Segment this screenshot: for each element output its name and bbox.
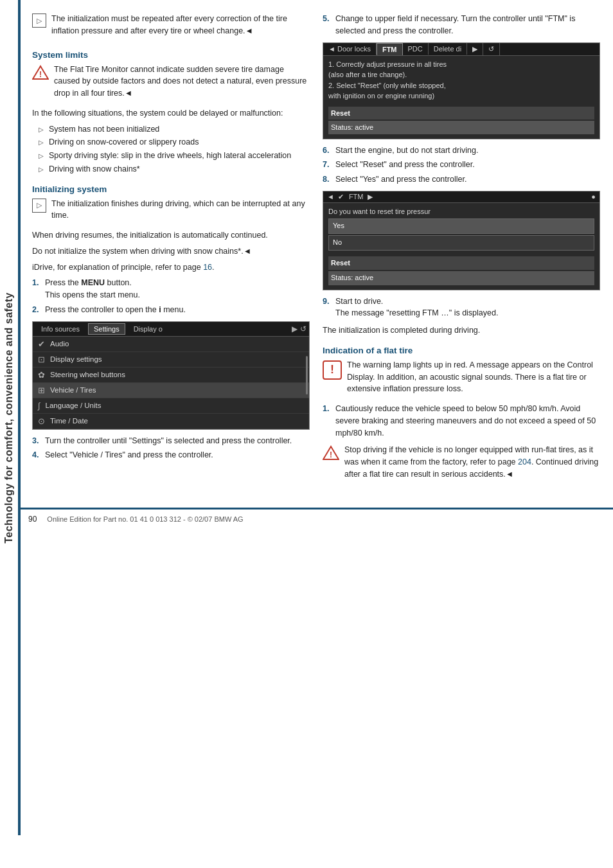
vehicle-icon: ⊞ — [38, 385, 45, 395]
list-item: Driving with snow chains* — [39, 163, 310, 175]
tab-ftm: FTM — [377, 43, 403, 55]
nav-arrow-left: ▶ — [292, 324, 298, 333]
tab-door-locks: ◄ Door locks — [323, 43, 377, 55]
ftm-line4: with ignition on or engine running) — [328, 91, 594, 102]
right-column: 5. Change to upper field if necessary. T… — [323, 13, 600, 488]
flat-tire-warning2-text: Stop driving if the vehicle is no longer… — [344, 444, 600, 480]
step-9: 9. Start to drive.The message "resetting… — [323, 296, 600, 320]
menu-language: ∫ Language / Units — [33, 398, 309, 414]
tab-next: ▶ — [467, 43, 483, 55]
ftm-reset-label: Reset — [328, 107, 594, 120]
ftm-status: Status: active — [328, 121, 594, 134]
flat-tire-steps: 1. Cautiously reduce the vehicle speed t… — [323, 403, 600, 439]
scroll-indicator — [306, 356, 308, 394]
reset-screen: ◄ ✔ FTM ▶ ● Do you want to reset tire pr… — [323, 191, 600, 290]
display-icon: ⊡ — [38, 355, 45, 364]
initialization-notice-text: The initialization must be repeated afte… — [51, 13, 310, 37]
arrow-icon-init: ▷ — [32, 199, 46, 213]
system-limits-warning: ! The Flat Tire Monitor cannot indicate … — [32, 64, 310, 103]
menu-audio-label: Audio — [50, 340, 69, 348]
page-number: 90 — [28, 515, 37, 524]
list-item: System has not been initialized — [39, 123, 310, 136]
reset-no: No — [328, 235, 594, 251]
sidebar: Technology for comfort, convenience and … — [0, 0, 18, 835]
menu-audio: ✔ Audio — [33, 337, 309, 352]
malfunction-intro: In the following situations, the system … — [32, 107, 310, 120]
menu-time: ⊙ Time / Date — [33, 414, 309, 429]
time-icon: ⊙ — [38, 416, 45, 426]
initializing-system-header: Initializing system — [32, 184, 310, 194]
menu-topbar: Info sources Settings Display o ▶ ↺ — [33, 322, 309, 337]
system-limits-list: System has not been initialized Driving … — [39, 123, 310, 175]
list-item: Driving on snow-covered or slippery road… — [39, 136, 310, 148]
step-4: 4. Select "Vehicle / Tires" and press th… — [32, 449, 310, 461]
warning-icon2: ! — [323, 445, 339, 461]
reset-status: Status: active — [328, 271, 594, 285]
arrow-icon: ▷ — [32, 13, 46, 28]
menu-vehicle-tires: ⊞ Vehicle / Tires — [33, 383, 309, 398]
menu-language-label: Language / Units — [46, 402, 102, 409]
menu-time-label: Time / Date — [50, 417, 88, 425]
reset-nav-right: ▶ — [368, 193, 373, 201]
tab-display: Display o — [128, 323, 168, 335]
idrive-ref: iDrive, for explanation of principle, re… — [32, 261, 310, 274]
flat-tire-warning: ! The warning lamp lights up in red. A m… — [323, 359, 600, 399]
init-notice: ▷ The initialization finishes during dri… — [32, 198, 310, 226]
init-steps-1-2: 1. Press the MENU button.This opens the … — [32, 277, 310, 315]
step-7: 7. Select "Reset" and press the controll… — [323, 159, 600, 171]
tab-settings: Settings — [88, 323, 125, 335]
init-steps-3-4: 3. Turn the controller until "Settings" … — [32, 435, 310, 462]
step-8: 8. Select "Yes" and press the controller… — [323, 173, 600, 186]
step-5: 5. Change to upper field if necessary. T… — [323, 13, 600, 37]
step-3: 3. Turn the controller until "Settings" … — [32, 435, 310, 447]
reset-body: Do you want to reset tire pressur Yes No… — [323, 203, 600, 290]
menu-screen: Info sources Settings Display o ▶ ↺ ✔ Au… — [32, 321, 310, 430]
step-1: 1. Press the MENU button.This opens the … — [32, 277, 310, 301]
reset-dot: ● — [591, 193, 596, 200]
step-2: 2. Press the controller to open the i me… — [32, 304, 310, 316]
step-5-item: 5. Change to upper field if necessary. T… — [323, 13, 600, 37]
reset-check-icon: ✔ — [338, 193, 344, 201]
page-link-204[interactable]: 204 — [518, 457, 531, 466]
reset-topbar: ◄ ✔ FTM ▶ ● — [323, 191, 600, 203]
page-link-16[interactable]: 16 — [203, 263, 212, 272]
sidebar-label: Technology for comfort, convenience and … — [3, 292, 15, 544]
warning-icon: ! — [32, 64, 49, 81]
step-6: 6. Start the engine, but do not start dr… — [323, 145, 600, 157]
reset-yes: Yes — [328, 218, 594, 234]
flat-tire-warning2: ! Stop driving if the vehicle is no long… — [323, 444, 600, 484]
main-content: ▷ The initialization must be repeated af… — [26, 0, 613, 501]
system-limits-header: System limits — [32, 50, 310, 60]
system-limits-warning-text: The Flat Tire Monitor cannot indicate su… — [54, 64, 310, 100]
flat-tire-header: Indication of a flat tire — [323, 346, 600, 355]
exclamation-icon: ! — [323, 360, 342, 380]
sidebar-bar — [18, 0, 21, 835]
menu-steering-label: Steering wheel buttons — [50, 371, 125, 378]
svg-text:!: ! — [39, 70, 42, 79]
ftm-line3: 2. Select "Reset" (only while stopped, — [328, 80, 594, 91]
tab-info-sources: Info sources — [35, 323, 85, 335]
reset-nav-left: ◄ — [327, 193, 334, 200]
language-icon: ∫ — [38, 401, 40, 411]
reset-ftm-label: FTM — [349, 193, 364, 200]
ftm-line1: 1. Correctly adjust pressure in all tire… — [328, 59, 594, 70]
menu-display-settings: ⊡ Display settings — [33, 352, 309, 368]
svg-text:!: ! — [330, 450, 332, 459]
init-para1: When driving resumes, the initialization… — [32, 229, 310, 242]
steps-6-7-8: 6. Start the engine, but do not start dr… — [323, 145, 600, 186]
ftm-line2: (also after a tire change). — [328, 69, 594, 80]
steering-icon: ✿ — [38, 370, 45, 380]
list-item: Sporty driving style: slip in the drive … — [39, 150, 310, 162]
init-completion: The initialization is completed during d… — [323, 324, 600, 337]
ftm-screen: ◄ Door locks FTM PDC Delete di ▶ ↺ 1. Co… — [323, 42, 600, 139]
tab-refresh: ↺ — [483, 43, 500, 55]
initialization-notice: ▷ The initialization must be repeated af… — [32, 13, 310, 41]
nav-refresh: ↺ — [300, 324, 306, 333]
left-column: ▷ The initialization must be repeated af… — [32, 13, 310, 488]
reset-question: Do you want to reset tire pressur — [328, 206, 594, 218]
audio-icon: ✔ — [38, 339, 45, 349]
tab-delete: Delete di — [429, 43, 467, 55]
init-notice-text: The initialization finishes during drivi… — [51, 198, 310, 222]
menu-steering: ✿ Steering wheel buttons — [33, 368, 309, 383]
ftm-topbar: ◄ Door locks FTM PDC Delete di ▶ ↺ — [323, 43, 600, 56]
